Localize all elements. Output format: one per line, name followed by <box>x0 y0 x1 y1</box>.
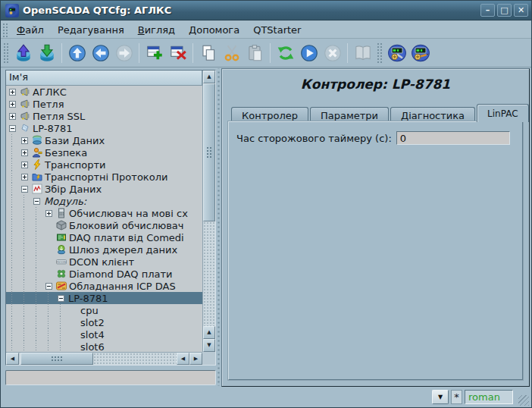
tree-item[interactable]: Обчислювач на мові сх <box>6 207 202 219</box>
collapse-icon[interactable] <box>9 125 16 132</box>
tree-item-label: Збір Даних <box>43 184 103 195</box>
tree-item[interactable]: DAQ плати від Comedi <box>6 231 202 243</box>
tree-guide <box>18 219 30 231</box>
expand-icon[interactable] <box>21 174 28 180</box>
save-to-db-button[interactable] <box>35 42 58 65</box>
scroll-right-icon[interactable]: ▶ <box>189 353 202 365</box>
app-window: OpenSCADA QTCfg: АГЛКС – □ ✕ ФайлРедагув… <box>0 0 532 408</box>
copy-item-button[interactable] <box>196 42 220 65</box>
qtstarter-vision-icon <box>410 43 431 63</box>
tree-item[interactable]: slot2 <box>6 316 202 328</box>
menu-item-3[interactable]: Допомога <box>182 23 246 37</box>
tree-item[interactable]: LP-8781 <box>6 122 202 134</box>
scroll-left-icon[interactable]: ◀ <box>6 353 19 365</box>
minimize-button[interactable]: – <box>480 4 495 17</box>
tree-item[interactable]: DCONDCON клієнт <box>6 256 202 268</box>
go-back-button[interactable] <box>89 42 112 65</box>
tree-guide <box>6 304 18 316</box>
tree-item[interactable]: Петля <box>6 98 202 110</box>
maximize-button[interactable]: □ <box>497 4 512 17</box>
statusbar-star-button[interactable]: * <box>451 390 462 404</box>
toolbar-separator <box>270 43 271 63</box>
cut-item-button[interactable] <box>220 42 243 65</box>
tree-item[interactable]: Шлюз джерел даних <box>6 243 202 256</box>
expand-icon[interactable] <box>9 89 16 96</box>
delete-item-button[interactable] <box>166 42 189 65</box>
tree-item[interactable]: Diamond DAQ плати <box>6 268 202 280</box>
expand-icon[interactable] <box>9 101 16 108</box>
tree-item[interactable]: Транспорти <box>6 158 202 171</box>
tree-item-selected[interactable]: LP-8781 <box>6 292 202 304</box>
gem-icon <box>18 122 31 134</box>
tree-item[interactable]: Петля SSL <box>6 110 202 122</box>
resize-grip-icon[interactable] <box>518 395 529 406</box>
vertical-scrollbar-track[interactable] <box>203 221 215 326</box>
tree-connector <box>42 243 55 256</box>
tab-1[interactable]: Параметри <box>310 107 389 122</box>
tab-2[interactable]: Діагностика <box>390 107 475 122</box>
scroll-left-icon[interactable]: ◀ <box>177 353 189 365</box>
tree-expander-cell <box>6 110 18 122</box>
tree-item[interactable]: Обладнання ICP DAS <box>6 280 202 292</box>
security-icon <box>30 146 43 158</box>
menu-item-2[interactable]: Вигляд <box>131 23 182 37</box>
toolbar-handle[interactable] <box>377 42 382 64</box>
horizontal-scrollbar-thumb[interactable] <box>20 353 93 365</box>
refresh-button[interactable] <box>274 42 297 65</box>
scroll-down-icon[interactable]: ▼ <box>203 339 215 352</box>
tree-item[interactable]: Транспортні Протоколи <box>6 171 202 183</box>
watchdog-input[interactable] <box>396 131 510 145</box>
tree-rows: АГЛКСПетляПетля SSLLP-8781Бази ДанихБезп… <box>6 86 202 352</box>
tab-0[interactable]: Контролер <box>231 107 308 122</box>
collapse-icon[interactable] <box>21 186 28 193</box>
menu-item-0[interactable]: Файл <box>10 23 51 37</box>
add-item-icon <box>145 43 164 63</box>
expand-icon[interactable] <box>21 149 28 156</box>
expand-icon[interactable] <box>21 137 28 144</box>
collapse-icon[interactable] <box>33 198 40 205</box>
horizontal-scrollbar-track[interactable] <box>93 353 177 365</box>
menubar-handle[interactable] <box>2 23 8 37</box>
go-up-icon <box>67 43 87 63</box>
tree-item[interactable]: Бази Даних <box>6 134 202 146</box>
tree-item[interactable]: Модуль: <box>6 195 202 207</box>
tree-item[interactable]: slot4 <box>6 328 202 341</box>
title-bar[interactable]: OpenSCADA QTCfg: АГЛКС – □ ✕ <box>1 1 531 20</box>
vertical-scrollbar[interactable]: ▲ ▲ ▼ <box>202 71 215 352</box>
collapse-icon[interactable] <box>45 283 52 290</box>
toolbar-handle[interactable] <box>3 42 8 64</box>
qtstarter-config-button[interactable] <box>385 42 408 65</box>
close-button[interactable]: ✕ <box>514 4 528 17</box>
go-up-button[interactable] <box>65 42 89 65</box>
load-from-db-button[interactable] <box>11 42 35 65</box>
expand-icon[interactable] <box>21 162 28 168</box>
tree-guide <box>30 280 42 292</box>
tree-item[interactable]: Безпека <box>6 146 202 158</box>
tree-item[interactable]: Блоковий обчислювач <box>6 219 202 231</box>
tree-item[interactable]: cpu <box>6 304 202 316</box>
tree-header[interactable]: Ім'я <box>6 71 202 86</box>
current-user-badge[interactable]: roman <box>465 390 513 404</box>
qtstarter-vision-button[interactable] <box>408 42 432 65</box>
start-periodic-update-button[interactable] <box>297 42 321 65</box>
menu-item-qtstarter[interactable]: QTStarter <box>246 23 308 37</box>
horizontal-scrollbar[interactable]: ◀ ◀ ▶ <box>6 352 202 365</box>
scroll-up-icon[interactable]: ▲ <box>203 71 215 83</box>
tree-item[interactable]: slot6 <box>6 341 202 352</box>
add-item-button[interactable] <box>142 42 166 65</box>
tab-3-active[interactable]: LinPAC <box>477 104 528 122</box>
expand-icon[interactable] <box>45 210 52 217</box>
menu-item-1[interactable]: Редагування <box>51 23 131 37</box>
tree-guide <box>55 316 67 328</box>
lightning-icon <box>30 158 43 171</box>
tree-item[interactable]: Збір Даних <box>6 183 202 195</box>
panel-splitter[interactable] <box>216 68 221 386</box>
tree-filter-input[interactable] <box>5 370 216 385</box>
watchdog-label: Час сторожового таймеру (с): <box>236 133 392 144</box>
statusbar-dropdown-button[interactable]: ▼ <box>432 390 449 404</box>
tree-item[interactable]: АГЛКС <box>6 86 202 98</box>
expand-icon[interactable] <box>9 113 16 120</box>
scroll-up-icon[interactable]: ▲ <box>203 326 215 339</box>
collapse-icon[interactable] <box>58 295 64 302</box>
vertical-scrollbar-thumb[interactable] <box>203 83 215 221</box>
